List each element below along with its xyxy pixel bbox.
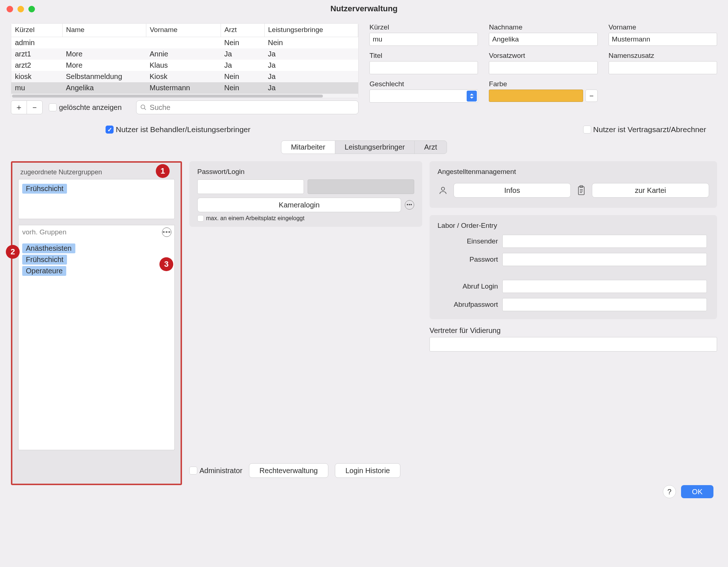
col-leistung[interactable]: Leistungserbringe (264, 24, 358, 37)
search-icon (140, 104, 147, 111)
table-row[interactable]: admin Nein Nein (11, 37, 358, 49)
search-input[interactable]: Suche (136, 100, 359, 114)
annotation-badge-2: 2 (6, 245, 20, 259)
toggle-behandler[interactable]: Nutzer ist Behandler/Leistungserbringer (106, 125, 250, 134)
more-button[interactable]: ••• (162, 227, 171, 237)
add-user-button[interactable]: ＋ (11, 100, 27, 114)
tab-leistungserbringer[interactable]: Leistungserbringer (335, 141, 415, 154)
toggle-administrator[interactable]: Administrator (189, 467, 242, 475)
color-swatch[interactable] (489, 90, 583, 102)
input-vorsatzwort[interactable] (489, 61, 597, 74)
group-tag[interactable]: Operateure (22, 266, 66, 276)
svg-point-0 (141, 105, 145, 109)
label-titel: Titel (369, 52, 478, 60)
label-abruf-passwort: Abrufpasswort (440, 301, 498, 309)
zoom-icon[interactable] (28, 6, 35, 12)
kameralogin-more-button[interactable]: ••• (405, 200, 414, 210)
chevron-updown-icon (467, 91, 477, 102)
checkbox-icon (583, 126, 591, 134)
label-namenszusatz: Namenszusatz (609, 52, 717, 60)
table-row-selected[interactable]: mu Angelika Mustermann Nein Ja (11, 82, 358, 94)
minimize-icon[interactable] (17, 6, 24, 12)
ok-button[interactable]: OK (681, 485, 713, 498)
angestelltenmanagement-panel: Angestelltenmanagement Infos zur Kartei (430, 161, 717, 208)
label-nachname: Nachname (489, 23, 597, 31)
zur-kartei-button[interactable]: zur Kartei (592, 183, 709, 198)
select-geschlecht[interactable] (369, 90, 478, 103)
groups-highlight-box: zugeordnete Nutzergruppen Frühschicht vo… (11, 161, 182, 485)
login-historie-button[interactable]: Login Historie (335, 463, 400, 478)
user-table[interactable]: Kürzel Name Vorname Arzt Leistungserbrin… (11, 23, 359, 98)
group-tag[interactable]: Frühschicht (22, 255, 67, 265)
table-row[interactable]: arzt2 More Klaus Ja Ja (11, 60, 358, 71)
input-abruf-passwort[interactable] (502, 298, 707, 311)
person-icon (438, 185, 448, 196)
input-passwort[interactable] (502, 253, 707, 266)
input-vorname[interactable]: Mustermann (609, 33, 717, 46)
label-passwort: Passwort (440, 255, 498, 263)
svg-rect-3 (578, 187, 584, 195)
passwort-login-title: Passwort/Login (197, 168, 414, 176)
table-header-row: Kürzel Name Vorname Arzt Leistungserbrin… (11, 24, 358, 37)
tab-mitarbeiter[interactable]: Mitarbeiter (281, 141, 335, 154)
label-geschlecht: Geschlecht (369, 80, 478, 88)
window-controls (7, 6, 35, 12)
rechteverwaltung-button[interactable]: Rechteverwaltung (249, 463, 328, 478)
svg-point-2 (442, 187, 445, 190)
toggle-max-one-workplace[interactable]: max. an einem Arbeitsplatz eingeloggt (197, 215, 414, 222)
available-groups-list[interactable]: Anästhesisten Frühschicht Operateure (18, 239, 175, 450)
label-administrator: Administrator (199, 467, 242, 475)
search-placeholder: Suche (150, 103, 170, 112)
close-icon[interactable] (7, 6, 13, 12)
remove-user-button[interactable]: － (27, 100, 43, 114)
ellipsis-icon: ••• (163, 228, 171, 236)
svg-line-1 (145, 108, 146, 110)
input-abruf-login[interactable] (502, 280, 707, 293)
checkbox-icon (189, 467, 197, 475)
table-row[interactable]: kiosk Selbstanmeldung Kiosk Nein Ja (11, 71, 358, 82)
group-tag[interactable]: Anästhesisten (22, 243, 75, 253)
password-input[interactable] (197, 179, 304, 194)
label-vertreter: Vertreter für Vidierung (430, 326, 717, 335)
tabs: Mitarbeiter Leistungserbringer Arzt (281, 140, 447, 154)
tab-arzt[interactable]: Arzt (415, 141, 447, 154)
show-deleted-toggle[interactable]: gelöschte anzeigen (49, 103, 122, 112)
labor-panel: Labor / Order-Entry Einsender Passwort A… (430, 215, 717, 319)
minus-icon: － (31, 102, 39, 113)
col-name[interactable]: Name (62, 24, 146, 37)
clear-color-button[interactable]: － (585, 90, 598, 102)
h-scrollbar[interactable] (11, 94, 358, 98)
label-farbe: Farbe (489, 80, 597, 88)
window-title: Nutzerverwaltung (331, 4, 398, 13)
question-icon: ? (668, 488, 672, 496)
checkbox-icon (49, 103, 57, 111)
vertreter-section: Vertreter für Vidierung (430, 326, 717, 352)
table-row[interactable]: arzt1 More Annie Ja Ja (11, 48, 358, 60)
col-arzt[interactable]: Arzt (221, 24, 264, 37)
input-kuerzel[interactable]: mu (369, 33, 478, 46)
checkbox-checked-icon (106, 126, 114, 134)
kameralogin-button[interactable]: Kameralogin (197, 198, 401, 212)
label-einsender: Einsender (440, 237, 498, 245)
infos-button[interactable]: Infos (454, 183, 571, 198)
annotation-badge-3: 3 (159, 257, 173, 271)
label-abruf-login: Abruf Login (440, 282, 498, 290)
assigned-groups-label: zugeordnete Nutzergruppen (20, 168, 175, 176)
input-vertreter[interactable] (430, 337, 717, 352)
col-vorname[interactable]: Vorname (146, 24, 221, 37)
assigned-groups-list[interactable]: Frühschicht (18, 179, 175, 219)
col-kuerzel[interactable]: Kürzel (11, 24, 62, 37)
help-button[interactable]: ? (663, 485, 676, 498)
label-vorname: Vorname (609, 23, 717, 31)
input-titel[interactable] (369, 61, 478, 74)
input-einsender[interactable] (502, 235, 707, 248)
titlebar: Nutzerverwaltung (0, 0, 728, 17)
input-nachname[interactable]: Angelika (489, 33, 597, 46)
checkbox-icon (197, 215, 204, 222)
label-behandler: Nutzer ist Behandler/Leistungserbringer (116, 125, 250, 134)
toggle-vertragsarzt[interactable]: Nutzer ist Vertragsarzt/Abrechner (583, 125, 706, 134)
plus-icon: ＋ (15, 102, 23, 113)
input-namenszusatz[interactable] (609, 61, 717, 74)
group-tag[interactable]: Frühschicht (22, 184, 67, 194)
labor-title: Labor / Order-Entry (438, 222, 709, 230)
